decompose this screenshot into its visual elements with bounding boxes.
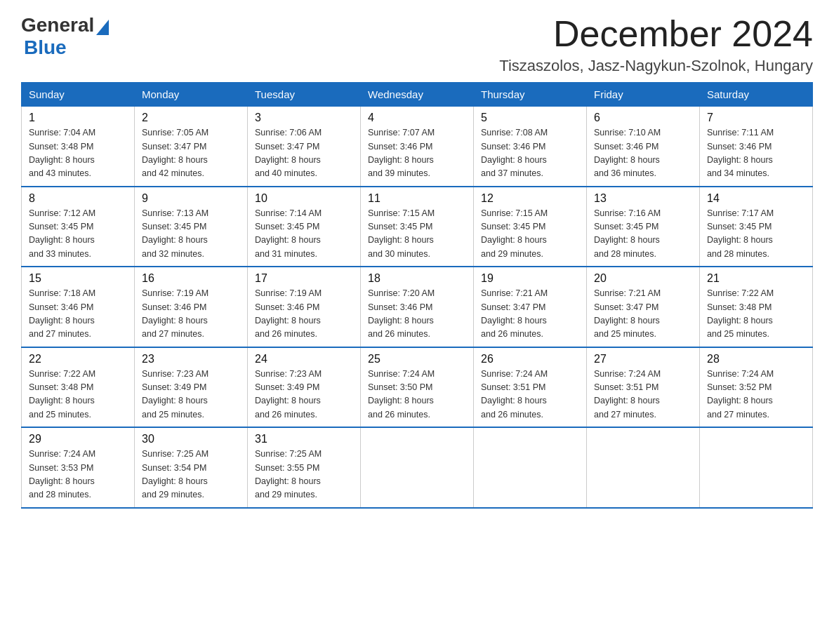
calendar-cell: 31 Sunrise: 7:25 AM Sunset: 3:55 PM Dayl… [248, 427, 361, 508]
day-number: 19 [481, 272, 579, 285]
day-info: Sunrise: 7:22 AM Sunset: 3:48 PM Dayligh… [707, 287, 805, 342]
calendar-cell: 10 Sunrise: 7:14 AM Sunset: 3:45 PM Dayl… [248, 187, 361, 267]
day-info: Sunrise: 7:23 AM Sunset: 3:49 PM Dayligh… [142, 368, 240, 422]
month-year-title: December 2024 [499, 14, 813, 54]
day-number: 9 [142, 192, 240, 205]
day-number: 18 [368, 272, 466, 285]
day-info: Sunrise: 7:24 AM Sunset: 3:50 PM Dayligh… [368, 368, 466, 422]
calendar-cell: 2 Sunrise: 7:05 AM Sunset: 3:47 PM Dayli… [135, 107, 248, 187]
day-number: 17 [255, 272, 353, 285]
calendar-week-row: 1 Sunrise: 7:04 AM Sunset: 3:48 PM Dayli… [22, 107, 813, 187]
day-number: 28 [707, 353, 805, 365]
calendar-cell: 20 Sunrise: 7:21 AM Sunset: 3:47 PM Dayl… [587, 267, 700, 347]
day-info: Sunrise: 7:19 AM Sunset: 3:46 PM Dayligh… [142, 287, 240, 342]
calendar-cell: 12 Sunrise: 7:15 AM Sunset: 3:45 PM Dayl… [474, 187, 587, 267]
day-number: 5 [481, 112, 579, 124]
header-day-friday: Friday [587, 83, 700, 107]
calendar-cell: 29 Sunrise: 7:24 AM Sunset: 3:53 PM Dayl… [22, 427, 135, 508]
calendar-week-row: 8 Sunrise: 7:12 AM Sunset: 3:45 PM Dayli… [22, 187, 813, 267]
day-info: Sunrise: 7:16 AM Sunset: 3:45 PM Dayligh… [594, 207, 692, 262]
day-info: Sunrise: 7:14 AM Sunset: 3:45 PM Dayligh… [255, 207, 353, 262]
calendar-cell: 7 Sunrise: 7:11 AM Sunset: 3:46 PM Dayli… [700, 107, 813, 187]
day-info: Sunrise: 7:21 AM Sunset: 3:47 PM Dayligh… [594, 287, 692, 342]
calendar-cell: 16 Sunrise: 7:19 AM Sunset: 3:46 PM Dayl… [135, 267, 248, 347]
header-day-saturday: Saturday [700, 83, 813, 107]
calendar-week-row: 22 Sunrise: 7:22 AM Sunset: 3:48 PM Dayl… [22, 347, 813, 428]
calendar-body: 1 Sunrise: 7:04 AM Sunset: 3:48 PM Dayli… [22, 107, 813, 508]
day-info: Sunrise: 7:20 AM Sunset: 3:46 PM Dayligh… [368, 287, 466, 342]
day-number: 4 [368, 112, 466, 124]
day-number: 10 [255, 192, 353, 205]
logo-triangle-icon [96, 20, 109, 35]
calendar-cell: 23 Sunrise: 7:23 AM Sunset: 3:49 PM Dayl… [135, 347, 248, 428]
header-day-thursday: Thursday [474, 83, 587, 107]
calendar-cell: 22 Sunrise: 7:22 AM Sunset: 3:48 PM Dayl… [22, 347, 135, 428]
calendar-week-row: 15 Sunrise: 7:18 AM Sunset: 3:46 PM Dayl… [22, 267, 813, 347]
day-info: Sunrise: 7:25 AM Sunset: 3:55 PM Dayligh… [255, 448, 353, 502]
logo-blue-text: Blue [24, 36, 67, 59]
day-number: 3 [255, 112, 353, 124]
calendar-cell [587, 427, 700, 508]
day-number: 8 [29, 192, 127, 205]
day-number: 16 [142, 272, 240, 285]
day-info: Sunrise: 7:17 AM Sunset: 3:45 PM Dayligh… [707, 207, 805, 262]
calendar-cell: 8 Sunrise: 7:12 AM Sunset: 3:45 PM Dayli… [22, 187, 135, 267]
day-info: Sunrise: 7:08 AM Sunset: 3:46 PM Dayligh… [481, 126, 579, 181]
day-number: 24 [255, 353, 353, 365]
day-info: Sunrise: 7:05 AM Sunset: 3:47 PM Dayligh… [142, 126, 240, 181]
logo-general-text: General [21, 14, 94, 36]
day-info: Sunrise: 7:23 AM Sunset: 3:49 PM Dayligh… [255, 368, 353, 422]
calendar-cell: 18 Sunrise: 7:20 AM Sunset: 3:46 PM Dayl… [361, 267, 474, 347]
day-info: Sunrise: 7:07 AM Sunset: 3:46 PM Dayligh… [368, 126, 466, 181]
day-info: Sunrise: 7:15 AM Sunset: 3:45 PM Dayligh… [368, 207, 466, 262]
day-info: Sunrise: 7:24 AM Sunset: 3:51 PM Dayligh… [594, 368, 692, 422]
calendar-cell [361, 427, 474, 508]
day-info: Sunrise: 7:24 AM Sunset: 3:53 PM Dayligh… [29, 448, 127, 502]
day-number: 12 [481, 192, 579, 205]
day-info: Sunrise: 7:15 AM Sunset: 3:45 PM Dayligh… [481, 207, 579, 262]
day-number: 20 [594, 272, 692, 285]
calendar-table: SundayMondayTuesdayWednesdayThursdayFrid… [21, 82, 813, 509]
calendar-cell: 6 Sunrise: 7:10 AM Sunset: 3:46 PM Dayli… [587, 107, 700, 187]
calendar-cell: 28 Sunrise: 7:24 AM Sunset: 3:52 PM Dayl… [700, 347, 813, 428]
day-info: Sunrise: 7:18 AM Sunset: 3:46 PM Dayligh… [29, 287, 127, 342]
day-number: 21 [707, 272, 805, 285]
day-number: 29 [29, 433, 127, 445]
day-number: 11 [368, 192, 466, 205]
calendar-cell: 24 Sunrise: 7:23 AM Sunset: 3:49 PM Dayl… [248, 347, 361, 428]
day-number: 14 [707, 192, 805, 205]
calendar-cell: 15 Sunrise: 7:18 AM Sunset: 3:46 PM Dayl… [22, 267, 135, 347]
calendar-cell: 27 Sunrise: 7:24 AM Sunset: 3:51 PM Dayl… [587, 347, 700, 428]
day-number: 15 [29, 272, 127, 285]
day-number: 31 [255, 433, 353, 445]
day-info: Sunrise: 7:21 AM Sunset: 3:47 PM Dayligh… [481, 287, 579, 342]
day-number: 23 [142, 353, 240, 365]
calendar-header-row: SundayMondayTuesdayWednesdayThursdayFrid… [22, 83, 813, 107]
calendar-cell: 25 Sunrise: 7:24 AM Sunset: 3:50 PM Dayl… [361, 347, 474, 428]
day-info: Sunrise: 7:06 AM Sunset: 3:47 PM Dayligh… [255, 126, 353, 181]
day-info: Sunrise: 7:25 AM Sunset: 3:54 PM Dayligh… [142, 448, 240, 502]
day-number: 1 [29, 112, 127, 124]
day-info: Sunrise: 7:12 AM Sunset: 3:45 PM Dayligh… [29, 207, 127, 262]
day-info: Sunrise: 7:24 AM Sunset: 3:52 PM Dayligh… [707, 368, 805, 422]
page-header: General Blue December 2024 Tiszaszolos, … [21, 14, 813, 75]
calendar-cell: 30 Sunrise: 7:25 AM Sunset: 3:54 PM Dayl… [135, 427, 248, 508]
calendar-cell: 13 Sunrise: 7:16 AM Sunset: 3:45 PM Dayl… [587, 187, 700, 267]
day-number: 13 [594, 192, 692, 205]
day-info: Sunrise: 7:13 AM Sunset: 3:45 PM Dayligh… [142, 207, 240, 262]
calendar-cell: 14 Sunrise: 7:17 AM Sunset: 3:45 PM Dayl… [700, 187, 813, 267]
calendar-cell: 11 Sunrise: 7:15 AM Sunset: 3:45 PM Dayl… [361, 187, 474, 267]
day-number: 22 [29, 353, 127, 365]
day-number: 25 [368, 353, 466, 365]
day-number: 27 [594, 353, 692, 365]
day-number: 2 [142, 112, 240, 124]
header-day-sunday: Sunday [22, 83, 135, 107]
title-area: December 2024 Tiszaszolos, Jasz-Nagykun-… [499, 14, 813, 75]
calendar-cell: 26 Sunrise: 7:24 AM Sunset: 3:51 PM Dayl… [474, 347, 587, 428]
calendar-cell [700, 427, 813, 508]
day-number: 6 [594, 112, 692, 124]
header-day-tuesday: Tuesday [248, 83, 361, 107]
logo[interactable]: General Blue [21, 14, 109, 59]
calendar-cell [474, 427, 587, 508]
calendar-cell: 21 Sunrise: 7:22 AM Sunset: 3:48 PM Dayl… [700, 267, 813, 347]
